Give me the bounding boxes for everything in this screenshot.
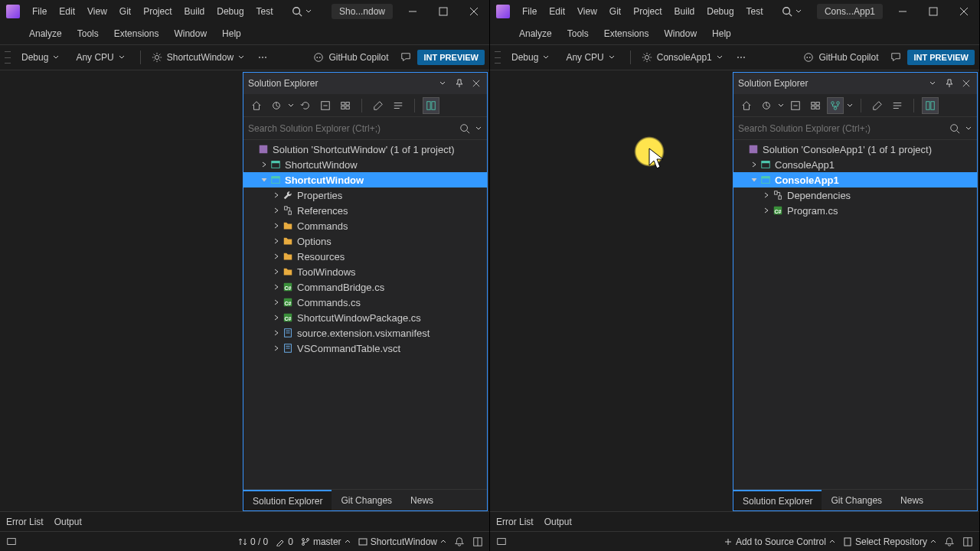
home-button[interactable]: [248, 97, 265, 114]
refresh-button[interactable]: [297, 97, 314, 114]
document-title[interactable]: Cons...App1: [817, 4, 883, 19]
menu-debug[interactable]: Debug: [701, 3, 740, 20]
copilot-button[interactable]: GitHub Copilot: [307, 50, 394, 65]
tab-output[interactable]: Output: [544, 517, 572, 527]
minimize-button[interactable]: [887, 0, 918, 23]
copilot-button[interactable]: GitHub Copilot: [797, 50, 884, 65]
home-button[interactable]: [738, 97, 755, 114]
expand-arrow-icon[interactable]: [749, 174, 760, 185]
menu-extensions[interactable]: Extensions: [106, 25, 167, 42]
panel-header[interactable]: Solution Explorer: [733, 73, 977, 94]
feedback-icon[interactable]: [890, 52, 901, 63]
tree-item[interactable]: C#Program.cs: [733, 203, 977, 218]
expand-arrow-icon[interactable]: [749, 159, 760, 170]
preview-button[interactable]: [390, 97, 407, 114]
expand-arrow-icon[interactable]: [271, 205, 282, 216]
tree-item[interactable]: C#CommandBridge.cs: [243, 279, 487, 295]
sync-button[interactable]: [423, 97, 439, 114]
feedback-icon[interactable]: [496, 536, 507, 547]
tree-item[interactable]: ShortcutWindow: [243, 157, 487, 172]
menu-window[interactable]: Window: [656, 25, 704, 42]
search-icon[interactable]: [459, 123, 470, 134]
maximize-button[interactable]: [918, 0, 949, 23]
expand-arrow-icon[interactable]: [271, 328, 282, 338]
overflow-button[interactable]: ⋯: [737, 52, 746, 63]
tree-item[interactable]: Commands: [243, 218, 487, 233]
tree-item[interactable]: References: [243, 203, 487, 218]
expand-arrow-icon[interactable]: [737, 144, 747, 155]
tree-item[interactable]: C#ShortcutWindowPackage.cs: [243, 310, 487, 325]
tab-error-list[interactable]: Error List: [496, 517, 534, 527]
startup-dropdown[interactable]: ShortcutWindow: [145, 50, 250, 65]
expand-arrow-icon[interactable]: [761, 205, 772, 216]
chevron-down-icon[interactable]: [965, 126, 972, 132]
chevron-down-icon[interactable]: [288, 103, 294, 109]
menu-help[interactable]: Help: [704, 25, 739, 42]
show-all-button[interactable]: [807, 97, 824, 114]
close-button[interactable]: [459, 0, 489, 23]
toolbar-grip[interactable]: [5, 51, 11, 64]
repo-selector[interactable]: Select Repository: [843, 536, 936, 547]
search-icon[interactable]: [949, 123, 960, 134]
search-input[interactable]: [738, 123, 949, 134]
search-box[interactable]: [243, 117, 487, 140]
layout-icon[interactable]: [472, 536, 483, 547]
show-all-button[interactable]: [337, 97, 354, 114]
document-title[interactable]: Sho...ndow: [332, 4, 393, 19]
source-control-button[interactable]: Add to Source Control: [724, 536, 835, 547]
expand-arrow-icon[interactable]: [271, 236, 282, 246]
expand-arrow-icon[interactable]: [271, 190, 282, 201]
menu-analyze[interactable]: Analyze: [21, 25, 70, 42]
tree-item[interactable]: Solution 'ConsoleApp1' (1 of 1 project): [733, 142, 977, 157]
expand-arrow-icon[interactable]: [761, 190, 772, 201]
tree-item[interactable]: source.extension.vsixmanifest: [243, 325, 487, 341]
menu-extensions[interactable]: Extensions: [596, 25, 657, 42]
tree-item[interactable]: Properties: [243, 187, 487, 203]
config-dropdown[interactable]: Debug: [505, 50, 555, 65]
preview-badge[interactable]: INT PREVIEW: [907, 50, 975, 65]
maximize-button[interactable]: [428, 0, 459, 23]
preview-badge[interactable]: INT PREVIEW: [417, 50, 485, 65]
panel-dropdown-icon[interactable]: [926, 77, 939, 90]
search-button[interactable]: [776, 3, 808, 20]
minimize-button[interactable]: [397, 0, 428, 23]
bell-icon[interactable]: [454, 536, 465, 547]
solution-tree[interactable]: Solution 'ConsoleApp1' (1 of 1 project)C…: [733, 140, 977, 489]
menu-view[interactable]: View: [571, 3, 603, 20]
expand-arrow-icon[interactable]: [271, 343, 282, 354]
panel-header[interactable]: Solution Explorer: [243, 73, 487, 94]
menu-edit[interactable]: Edit: [53, 3, 81, 20]
tab-solution-explorer[interactable]: Solution Explorer: [243, 490, 332, 510]
menu-tools[interactable]: Tools: [560, 25, 596, 42]
sync-button[interactable]: [922, 97, 939, 114]
pending-edits[interactable]: 0: [276, 536, 293, 547]
tab-news[interactable]: News: [401, 490, 443, 510]
tree-item[interactable]: Options: [243, 233, 487, 249]
layout-icon[interactable]: [962, 536, 973, 547]
tab-error-list[interactable]: Error List: [6, 517, 44, 527]
expand-arrow-icon[interactable]: [271, 251, 282, 262]
properties-button[interactable]: [869, 97, 886, 114]
expand-arrow-icon[interactable]: [271, 297, 282, 308]
menu-file[interactable]: File: [516, 3, 543, 20]
menu-tools[interactable]: Tools: [70, 25, 106, 42]
tree-item[interactable]: C#Commands.cs: [243, 295, 487, 310]
chevron-down-icon[interactable]: [778, 103, 784, 109]
tab-git-changes[interactable]: Git Changes: [822, 490, 891, 510]
tab-output[interactable]: Output: [54, 517, 82, 527]
expand-arrow-icon[interactable]: [247, 144, 257, 155]
config-dropdown[interactable]: Debug: [15, 50, 65, 65]
tree-item[interactable]: VSCommandTable.vsct: [243, 341, 487, 356]
startup-dropdown[interactable]: ConsoleApp1: [635, 50, 729, 65]
feedback-icon[interactable]: [6, 536, 17, 547]
menu-build[interactable]: Build: [668, 3, 701, 20]
chevron-down-icon[interactable]: [475, 126, 482, 132]
switch-views-button[interactable]: [268, 97, 285, 114]
menu-edit[interactable]: Edit: [543, 3, 571, 20]
tree-item[interactable]: Resources: [243, 249, 487, 264]
solution-tree[interactable]: Solution 'ShortcutWindow' (1 of 1 projec…: [243, 140, 487, 489]
branch-indicator[interactable]: master: [301, 536, 351, 547]
switch-views-button[interactable]: [758, 97, 775, 114]
menu-test[interactable]: Test: [250, 3, 279, 20]
tree-item[interactable]: Dependencies: [733, 187, 977, 203]
